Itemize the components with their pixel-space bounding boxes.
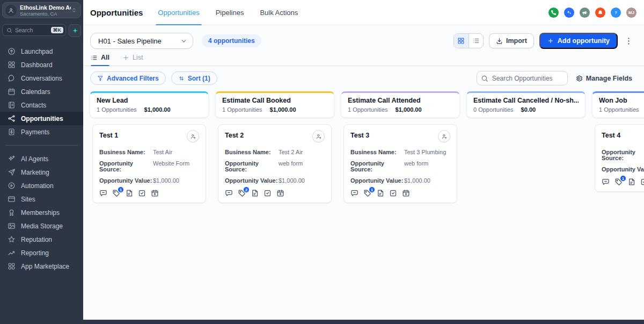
grid-view-button[interactable] [454, 34, 469, 48]
column-cards: Test 2 Business Name: Test 2 Air Opportu… [215, 118, 334, 203]
tab-bulk-actions[interactable]: Bulk Actions [259, 0, 299, 25]
tag-button[interactable]: 2 [238, 189, 246, 198]
opportunity-card[interactable]: Test 3 Business Name: Test 3 Plumbing Op… [343, 124, 457, 203]
sidebar-item-launchpad[interactable]: Launchpad [0, 45, 83, 58]
sidebar-item-label: Memberships [21, 209, 60, 217]
sidebar-item-opportunities[interactable]: Opportunities [0, 112, 83, 125]
card-field-label: Opportunity Value: [602, 167, 644, 172]
sidebar-item-label: Sites [21, 196, 35, 203]
announcements-button[interactable] [580, 8, 590, 18]
chat-button[interactable] [225, 189, 233, 198]
manage-fields-button[interactable]: Manage Fields [575, 75, 632, 82]
assign-contact-button[interactable] [187, 130, 199, 142]
task-button[interactable] [264, 189, 272, 198]
memberships-icon [8, 208, 16, 217]
opportunity-card[interactable]: Test 4 Opportunity Source: web form Oppo… [595, 124, 644, 192]
list-view-button[interactable] [469, 34, 483, 48]
sidebar-item-conversations[interactable]: Conversations [0, 71, 83, 85]
sidebar-search-placeholder: Search [15, 27, 51, 33]
plus-icon [122, 54, 129, 61]
calendar-plus-button[interactable] [402, 189, 411, 198]
notifications-button[interactable] [595, 8, 605, 18]
sidebar-item-ai-agents[interactable]: AI Agents [0, 152, 83, 165]
column-header: Won Job 1 Opportunities $1,000.00 [592, 91, 644, 118]
sidebar-item-label: Payments [21, 128, 49, 136]
calendar-plus-icon [402, 189, 410, 197]
add-opportunity-button[interactable]: Add opportunity [539, 33, 618, 49]
tab-pipelines[interactable]: Pipelines [215, 0, 245, 25]
phone-button[interactable] [548, 8, 559, 18]
import-button[interactable]: Import [489, 33, 534, 48]
task-button[interactable] [138, 189, 147, 198]
tab-all[interactable]: All [91, 54, 109, 66]
sidebar-search[interactable]: Search ⌘K [2, 24, 66, 36]
account-switcher[interactable]: EthosLink Demo Acc... Sacramento, CA [2, 2, 81, 18]
sidebar-item-label: Calendars [21, 88, 50, 96]
more-options-button[interactable] [624, 37, 633, 46]
sidebar-item-payments[interactable]: Payments [0, 125, 83, 139]
note-button[interactable] [376, 189, 385, 198]
sidebar-item-memberships[interactable]: Memberships [0, 206, 83, 219]
sidebar-item-media-storage[interactable]: Media Storage [0, 219, 83, 233]
chat-icon [225, 189, 233, 197]
card-field-value: Test Air [153, 149, 172, 155]
tag-button[interactable]: 1 [112, 189, 121, 198]
tab-add-list[interactable]: List [122, 54, 143, 66]
sidebar-item-contacts[interactable]: Contacts [0, 98, 83, 112]
user-avatar[interactable]: MJ [626, 8, 636, 18]
note-button[interactable] [627, 178, 636, 186]
search-icon [481, 75, 488, 82]
calendar-plus-button[interactable] [151, 189, 159, 198]
sidebar-item-dashboard[interactable]: Dashboard [0, 58, 83, 71]
chat-button[interactable] [99, 189, 108, 198]
search-opportunities-input[interactable] [477, 71, 568, 85]
column-count: 1 Opportunities [222, 106, 262, 113]
task-button[interactable] [389, 189, 398, 198]
svg-text:?: ? [614, 10, 617, 14]
view-toggle [453, 33, 484, 48]
marketing-icon [8, 168, 16, 176]
task-button[interactable] [640, 178, 644, 186]
sidebar-item-app-marketplace[interactable]: App Marketplace [0, 260, 83, 273]
note-button[interactable] [251, 189, 259, 198]
sidebar-item-sites[interactable]: Sites [0, 192, 83, 206]
sidebar-item-label: Automation [21, 182, 54, 190]
sidebar-item-marketing[interactable]: Marketing [0, 165, 83, 179]
view-tabs: All List [83, 49, 644, 66]
tag-button[interactable]: 1 [363, 189, 372, 198]
assign-contact-button[interactable] [312, 130, 325, 142]
assign-contact-button[interactable] [438, 130, 450, 142]
advanced-filters-button[interactable]: Advanced Filters [90, 71, 166, 85]
tab-opportunities[interactable]: Opportunities [157, 0, 200, 25]
chat-button[interactable] [350, 189, 359, 198]
calendar-plus-button[interactable] [276, 189, 285, 198]
sidebar-item-label: Dashboard [21, 61, 53, 69]
account-avatar [5, 5, 17, 16]
opportunity-card[interactable]: Test 2 Business Name: Test 2 Air Opportu… [218, 124, 332, 203]
tag-button[interactable]: 1 [614, 178, 623, 186]
opportunity-count-badge[interactable]: 4 opportunities [202, 34, 261, 47]
calendar-plus-icon [276, 189, 284, 197]
sidebar-item-reporting[interactable]: Reporting [0, 246, 83, 260]
note-button[interactable] [125, 189, 134, 198]
pipeline-select[interactable]: H01 - Sales Pipeline [90, 33, 193, 49]
chat-icon [99, 189, 107, 197]
help-button[interactable]: ? [611, 8, 621, 18]
card-field-label: Business Name: [99, 149, 153, 155]
app-window: EthosLink Demo Acc... Sacramento, CA Sea… [0, 0, 644, 324]
sidebar-item-reputation[interactable]: Reputation [0, 233, 83, 246]
reputation-icon [8, 235, 16, 243]
chat-button[interactable] [602, 178, 610, 186]
ai-assistant-button[interactable] [69, 24, 81, 37]
tag-count-badge: 1 [118, 186, 124, 193]
card-field-row: Business Name: Test 3 Plumbing [350, 149, 450, 155]
opportunity-card[interactable]: Test 1 Business Name: Test Air Opportuni… [92, 124, 206, 203]
sidebar-item-label: Opportunities [21, 115, 63, 123]
sidebar-item-automation[interactable]: Automation [0, 179, 83, 192]
sort-button[interactable]: Sort (1) [171, 71, 217, 85]
sidebar-item-calendars[interactable]: Calendars [0, 85, 83, 98]
avatar-initials: MJ [628, 10, 635, 15]
note-icon [251, 189, 259, 197]
rewards-button[interactable] [564, 8, 574, 18]
sidebar-item-label: Reputation [21, 236, 52, 243]
